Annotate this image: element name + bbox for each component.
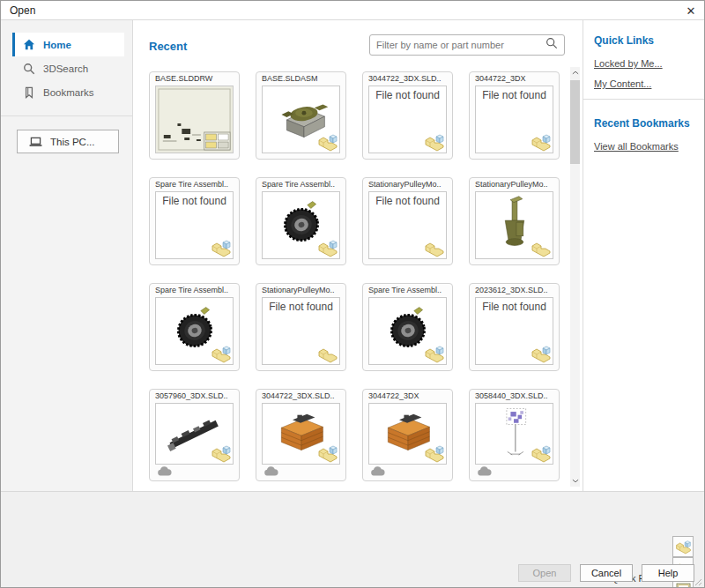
file-thumbnail xyxy=(475,191,553,259)
file-thumbnail xyxy=(262,191,340,259)
chevron-up-icon[interactable] xyxy=(570,67,580,78)
drawing-icon xyxy=(676,582,691,588)
title-bar: Open ✕ xyxy=(1,1,704,20)
cancel-button[interactable]: Cancel xyxy=(580,564,633,582)
recent-files-panel: Recent BASE.SLDDRW BASE.SLDASM 3044722_3… xyxy=(133,20,583,491)
file-thumbnail: File not found xyxy=(475,297,553,365)
sidebar-item-label: Bookmarks xyxy=(43,87,94,98)
window-title: Open xyxy=(10,4,35,17)
file-tile[interactable]: 2023612_3DX.SLD.. File not found xyxy=(469,283,560,371)
file-not-found-label: File not found xyxy=(476,298,553,313)
file-not-found-label: File not found xyxy=(369,192,446,207)
sidebar-divider xyxy=(1,115,132,116)
footer-panel: Quick Filter: OpenCancelHelp xyxy=(1,491,704,588)
file-thumbnail: File not found xyxy=(155,191,234,259)
help-button[interactable]: Help xyxy=(642,564,694,582)
cloud-icon xyxy=(370,466,385,476)
drawing-thumbnail-image xyxy=(156,86,233,153)
file-name: 3044722_3DX xyxy=(368,390,447,403)
assembly-file-type-icon xyxy=(424,132,445,152)
this-pc-label: This PC... xyxy=(50,137,94,147)
filter-input[interactable] xyxy=(376,40,545,50)
file-tile[interactable]: Spare Tire Assembl.. xyxy=(149,283,240,371)
assembly-file-type-icon xyxy=(531,132,552,152)
part-file-type-icon xyxy=(424,238,445,257)
file-tile[interactable]: Spare Tire Assembl.. xyxy=(362,283,453,371)
file-name: StationaryPulleyMo.. xyxy=(262,284,340,297)
home-icon xyxy=(22,39,35,50)
assembly-file-type-icon xyxy=(317,238,338,257)
file-tile[interactable]: 3058440_3DX.SLD.. xyxy=(469,389,560,481)
dialog-buttons: OpenCancelHelp xyxy=(518,564,694,582)
assembly-file-type-icon xyxy=(531,344,552,363)
file-tile[interactable]: Spare Tire Assembl.. File not found xyxy=(149,177,240,265)
assembly-file-type-icon xyxy=(424,443,445,463)
part-file-type-icon xyxy=(317,344,338,363)
file-name: 3057960_3DX.SLD.. xyxy=(155,390,234,403)
section-title-recent: Recent xyxy=(149,40,187,53)
file-tile[interactable]: BASE.SLDDRW xyxy=(149,71,240,160)
search-icon xyxy=(22,63,35,75)
recent-bookmarks-title: Recent Bookmarks xyxy=(594,117,694,130)
right-panel-divider xyxy=(583,99,704,100)
scrollbar-thumb[interactable] xyxy=(570,80,580,164)
open-button[interactable]: Open xyxy=(518,564,571,582)
file-tile[interactable]: 3044722_3DX.SLD.. xyxy=(256,389,346,481)
assembly-file-type-icon xyxy=(317,132,338,152)
file-thumbnail xyxy=(475,403,553,465)
filter-parts-button[interactable] xyxy=(672,536,694,557)
resize-grip[interactable] xyxy=(694,578,702,586)
my-content-link[interactable]: My Content... xyxy=(594,78,694,89)
file-name: 3044722_3DX.SLD.. xyxy=(368,72,447,86)
file-thumbnail: File not found xyxy=(262,297,340,365)
file-thumbnail xyxy=(155,403,234,465)
laptop-icon xyxy=(29,137,42,147)
sidebar: Home3DSearchBookmarks This PC... xyxy=(1,20,133,491)
chevron-down-icon[interactable] xyxy=(570,475,580,487)
file-tile[interactable]: 3044722_3DX File not found xyxy=(469,71,560,160)
file-tile[interactable]: 3057960_3DX.SLD.. xyxy=(149,389,240,481)
file-name: 3044722_3DX.SLD.. xyxy=(262,390,340,403)
cloud-row xyxy=(368,465,447,478)
file-tile[interactable]: StationaryPulleyMo.. File not found xyxy=(256,283,346,371)
close-icon[interactable]: ✕ xyxy=(683,3,699,19)
locked-by-me-link[interactable]: Locked by Me... xyxy=(594,58,694,69)
file-name: 2023612_3DX.SLD.. xyxy=(475,284,553,297)
assembly-file-type-icon xyxy=(424,344,445,363)
file-tile[interactable]: StationaryPulleyMo.. xyxy=(469,177,560,265)
file-name: StationaryPulleyMo.. xyxy=(475,178,553,191)
this-pc-button[interactable]: This PC... xyxy=(17,130,119,153)
file-thumbnail xyxy=(368,403,447,465)
file-thumbnail xyxy=(155,86,234,153)
file-name: 3044722_3DX xyxy=(475,72,553,86)
cloud-row xyxy=(262,465,340,478)
file-thumbnail xyxy=(368,297,447,365)
cloud-row xyxy=(475,465,553,478)
file-not-found-label: File not found xyxy=(156,192,233,207)
file-thumbnail: File not found xyxy=(368,191,447,259)
file-not-found-label: File not found xyxy=(263,298,339,313)
sidebar-item-label: Home xyxy=(43,40,71,50)
file-tile[interactable]: Spare Tire Assembl.. xyxy=(256,177,346,265)
scrollbar[interactable] xyxy=(570,67,580,487)
sidebar-item-3dsearch[interactable]: 3DSearch xyxy=(12,56,124,80)
file-thumbnail: File not found xyxy=(368,86,447,153)
file-name: Spare Tire Assembl.. xyxy=(262,178,340,191)
right-panel: Quick Links Locked by Me... My Content..… xyxy=(583,20,704,491)
assembly-file-type-icon xyxy=(211,443,232,463)
sidebar-item-home[interactable]: Home xyxy=(12,33,124,56)
file-name: 3058440_3DX.SLD.. xyxy=(475,390,553,403)
file-tile[interactable]: 3044722_3DX.SLD.. File not found xyxy=(362,71,453,160)
sidebar-item-bookmarks[interactable]: Bookmarks xyxy=(12,80,124,104)
file-tile[interactable]: BASE.SLDASM xyxy=(256,71,346,160)
open-dialog: Open ✕ Home3DSearchBookmarks This PC... … xyxy=(0,0,705,588)
file-tile[interactable]: StationaryPulleyMo.. File not found xyxy=(362,177,453,265)
sidebar-item-label: 3DSearch xyxy=(43,63,88,74)
file-name: Spare Tire Assembl.. xyxy=(368,284,447,297)
assembly-file-type-icon xyxy=(211,344,232,363)
view-all-bookmarks-link[interactable]: View all Bookmarks xyxy=(594,141,694,152)
file-name: Spare Tire Assembl.. xyxy=(155,178,234,191)
file-not-found-label: File not found xyxy=(369,86,446,101)
file-tile[interactable]: 3044722_3DX xyxy=(362,389,453,481)
file-thumbnail xyxy=(155,297,234,365)
